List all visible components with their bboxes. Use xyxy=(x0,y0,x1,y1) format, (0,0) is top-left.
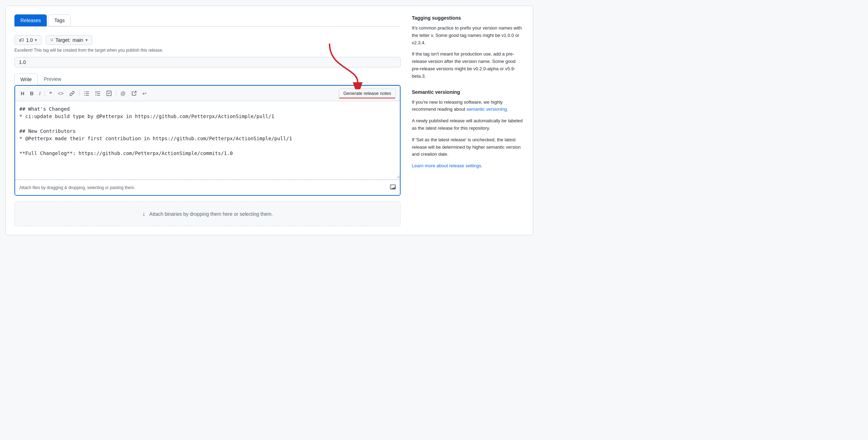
target-chevron-icon: ▾ xyxy=(85,38,88,43)
tab-bar: Releases Tags xyxy=(14,14,401,27)
tag-icon: 🏷 xyxy=(19,37,24,43)
tag-hint: Excellent! This tag will be created from… xyxy=(14,48,401,53)
release-notes-editor[interactable]: ## What's Changed * ci:update build type… xyxy=(15,101,400,179)
separator-1 xyxy=(45,91,45,96)
editor-tab-bar: Write Preview xyxy=(14,73,401,85)
ordered-list-button[interactable] xyxy=(94,90,102,97)
semantic-versioning-title: Semantic versioning xyxy=(412,89,524,96)
tab-releases[interactable]: Releases xyxy=(14,14,47,26)
download-icon: ↓ xyxy=(142,210,145,217)
tagging-suggestions-text: It's common practice to prefix your vers… xyxy=(412,25,524,80)
separator-2 xyxy=(79,91,79,96)
editor-toolbar: H B I ❝ <> xyxy=(15,86,400,101)
versioning-text-2: A newly published release will automatic… xyxy=(412,117,524,132)
attach-binaries-text: Attach binaries by dropping them here or… xyxy=(149,211,273,217)
attach-files-text: Attach files by dragging & dropping, sel… xyxy=(19,185,135,190)
target-selector[interactable]: ⑂ Target: main ▾ xyxy=(46,35,92,45)
release-settings-link[interactable]: Learn more about release settings. xyxy=(412,163,483,168)
release-title-input[interactable] xyxy=(14,57,401,67)
sidebar: Tagging suggestions It's common practice… xyxy=(412,14,524,226)
attach-binaries-area[interactable]: ↓ Attach binaries by dropping them here … xyxy=(14,201,401,226)
bold-button[interactable]: B xyxy=(28,90,35,97)
reference-button[interactable] xyxy=(130,90,138,97)
tag-chevron-icon: ▾ xyxy=(35,38,37,43)
branch-icon: ⑂ xyxy=(50,37,53,43)
mention-button[interactable]: @ xyxy=(119,90,127,97)
unordered-list-button[interactable] xyxy=(82,90,91,97)
heading-button[interactable]: H xyxy=(19,90,26,97)
tagging-suggestions-section: Tagging suggestions It's common practice… xyxy=(412,14,524,80)
image-icon xyxy=(390,184,396,191)
versioning-text-3: If 'Set as the latest release' is unchec… xyxy=(412,136,524,158)
controls-row: 🏷 1.0 ▾ ⑂ Target: main ▾ xyxy=(14,35,401,45)
tab-tags[interactable]: Tags xyxy=(48,14,71,26)
quote-button[interactable]: ❝ xyxy=(48,90,53,97)
undo-button[interactable]: ↩ xyxy=(141,90,148,97)
semantic-versioning-text: If you're new to releasing software, we … xyxy=(412,99,524,170)
editor-container: H B I ❝ <> xyxy=(14,85,401,196)
italic-button[interactable]: I xyxy=(38,90,42,97)
target-label: Target: xyxy=(55,37,70,43)
semantic-versioning-link[interactable]: semantic versioning. xyxy=(466,106,508,112)
separator-3 xyxy=(116,91,116,96)
task-list-button[interactable] xyxy=(105,90,113,97)
tab-preview[interactable]: Preview xyxy=(38,73,67,85)
target-value: main xyxy=(72,37,83,43)
tag-selector[interactable]: 🏷 1.0 ▾ xyxy=(14,35,42,45)
tagging-suggestions-title: Tagging suggestions xyxy=(412,14,524,22)
code-button[interactable]: <> xyxy=(56,90,65,97)
tag-value: 1.0 xyxy=(26,37,33,43)
attach-files-area[interactable]: Attach files by dragging & dropping, sel… xyxy=(15,180,400,195)
link-button[interactable] xyxy=(68,90,76,97)
semantic-versioning-section: Semantic versioning If you're new to rel… xyxy=(412,89,524,170)
generate-release-notes-button[interactable]: Generate release notes xyxy=(339,89,396,98)
tab-write[interactable]: Write xyxy=(14,73,38,85)
